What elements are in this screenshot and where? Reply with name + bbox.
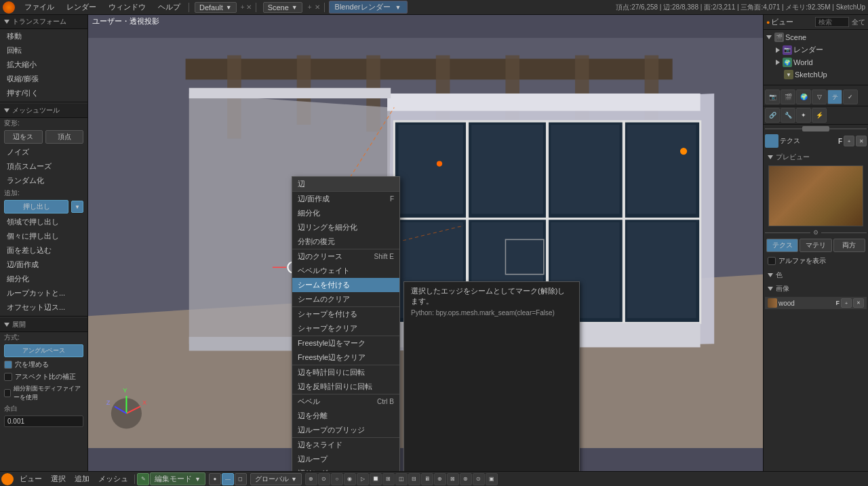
rotate-item[interactable]: 回転: [0, 43, 87, 58]
toolbar-icon-13[interactable]: ⊛: [460, 473, 472, 485]
material-btn[interactable]: マテリ: [800, 239, 831, 252]
render-menu[interactable]: レンダー: [61, 1, 102, 14]
scene-close[interactable]: ✕: [315, 3, 320, 11]
tree-world[interactable]: 🌍 World: [764, 56, 868, 68]
pushpull-item[interactable]: 押す/引く: [0, 86, 87, 100]
shrink-item[interactable]: 収縮/膨張: [0, 72, 87, 86]
cm-mark-seam[interactable]: シームを付ける: [292, 278, 399, 292]
cm-freestyle-clear[interactable]: Freestyle辺をクリア: [292, 350, 399, 365]
scene-prop-icon[interactable]: 🎬: [781, 89, 795, 104]
tree-sketchup[interactable]: ▼ SketchUp: [764, 68, 868, 81]
vertex-smooth-item[interactable]: 頂点スムーズ: [0, 159, 87, 174]
edge-mode-btn[interactable]: —: [222, 473, 234, 485]
mesh-edit-icon[interactable]: ✎: [137, 473, 149, 485]
scroll-thumb[interactable]: [802, 126, 829, 131]
extrude-region-item[interactable]: 領域で押し出し: [0, 215, 87, 229]
cm-undo-split[interactable]: 分割の復元: [292, 235, 399, 249]
mode-selector[interactable]: 編集モード ▼: [150, 472, 205, 485]
loopcut-item[interactable]: ループカットと...: [0, 286, 87, 300]
cm-crease[interactable]: 辺のクリース Shift E: [292, 249, 399, 264]
randomize-item[interactable]: ランダム化: [0, 174, 87, 188]
physics-icon[interactable]: ⚡: [812, 108, 827, 123]
toolbar-icon-12[interactable]: ⊠: [447, 473, 459, 485]
vertex-btn[interactable]: 頂点: [45, 130, 84, 144]
cm-mark-sharp[interactable]: シャープを付ける: [292, 306, 399, 321]
toolbar-icon-14[interactable]: ⊙: [473, 473, 485, 485]
select-menu[interactable]: 選択: [47, 472, 70, 485]
engine-selector[interactable]: Blenderレンダー ▼: [329, 1, 408, 14]
modifier-icon[interactable]: 🔧: [781, 108, 795, 123]
constraint-icon[interactable]: 🔗: [765, 108, 780, 123]
window-menu[interactable]: ウィンドウ: [103, 1, 151, 14]
vertex-mode-btn[interactable]: ●: [209, 473, 221, 485]
texture-remove-btn[interactable]: ✕: [853, 298, 864, 308]
search-input[interactable]: [815, 17, 849, 27]
workspace-close[interactable]: ✕: [246, 3, 252, 11]
particles-icon[interactable]: ✦: [796, 108, 811, 123]
object-prop-icon[interactable]: ▽: [812, 89, 827, 104]
add-texture-btn[interactable]: +: [844, 136, 854, 146]
file-menu[interactable]: ファイル: [19, 1, 60, 14]
fill-holes-checkbox[interactable]: [4, 361, 12, 369]
extrude-btn[interactable]: 押し出し: [4, 200, 68, 214]
extrude-individual-item[interactable]: 個々に押し出し: [0, 229, 87, 243]
offset-item[interactable]: オフセット辺ス...: [0, 300, 87, 315]
cm-bevel-weight[interactable]: ベベルウェイト: [292, 264, 399, 278]
toolbar-icon-9[interactable]: ⊟: [408, 473, 420, 485]
margin-input[interactable]: [4, 416, 83, 427]
edge-btn[interactable]: 辺をス: [4, 130, 43, 144]
material-color-swatch[interactable]: [765, 134, 778, 148]
check-prop-icon[interactable]: ✓: [843, 89, 858, 104]
scale-item[interactable]: 拡大縮小: [0, 58, 87, 72]
cm-ring-subdivide[interactable]: 辺リングを細分化: [292, 220, 399, 235]
tree-scene[interactable]: 🎬 Scene: [764, 31, 868, 43]
toolbar-icon-11[interactable]: ⊕: [434, 473, 446, 485]
both-btn[interactable]: 両方: [833, 239, 865, 252]
toolbar-icon-10[interactable]: 🖥: [421, 473, 433, 485]
view-menu[interactable]: ビュー: [16, 472, 46, 485]
subsurf-checkbox[interactable]: [4, 389, 11, 397]
add-menu[interactable]: 追加: [71, 472, 94, 485]
toolbar-icon-7[interactable]: ⊞: [382, 473, 395, 485]
textures-btn[interactable]: テクス: [766, 239, 798, 252]
toolbar-icon-6[interactable]: 🔲: [370, 473, 382, 485]
cm-edge-ring[interactable]: 辺リング: [292, 466, 399, 471]
cm-rotate-ccw[interactable]: 辺を反時計回りに回転: [292, 380, 399, 394]
cm-edge-loop[interactable]: 辺ループ: [292, 452, 399, 466]
toolbar-icon-5[interactable]: ▷: [357, 473, 369, 485]
remove-texture-btn[interactable]: ✕: [856, 136, 867, 146]
cm-edge-face[interactable]: 辺/面作成 F: [292, 192, 399, 206]
face-mode-btn[interactable]: ◻: [235, 473, 247, 485]
cm-bevel[interactable]: ベベル Ctrl B: [292, 394, 399, 409]
cm-subdivide[interactable]: 細分化: [292, 206, 399, 220]
extrude-expand-btn[interactable]: ▼: [71, 201, 83, 213]
workspace-selector[interactable]: Default ▼: [195, 2, 237, 13]
aspect-ratio-checkbox[interactable]: [4, 373, 12, 381]
cm-freestyle-mark[interactable]: Freestyle辺をマーク: [292, 336, 399, 350]
cm-bridge-loops[interactable]: 辺ループのブリッジ: [292, 423, 399, 437]
render-prop-icon[interactable]: 📷: [765, 89, 780, 104]
toolbar-icon-1[interactable]: ⊕: [305, 473, 317, 485]
material-prop-icon[interactable]: テ: [827, 89, 842, 104]
subdivide-item[interactable]: 細分化: [0, 272, 87, 286]
toolbar-icon-8[interactable]: ◫: [395, 473, 408, 485]
world-prop-icon[interactable]: 🌍: [796, 89, 811, 104]
inset-item[interactable]: 面を差し込む: [0, 243, 87, 258]
cm-clear-seam[interactable]: シームのクリア: [292, 292, 399, 306]
pivot-selector[interactable]: グローバル ▼: [250, 473, 302, 485]
move-item[interactable]: 移動: [0, 29, 87, 43]
toolbar-icon-4[interactable]: ◉: [344, 473, 356, 485]
tree-render[interactable]: 📷 レンダー: [764, 43, 868, 56]
cm-slide[interactable]: 辺をスライド: [292, 437, 399, 452]
cm-edge-split[interactable]: 辺を分離: [292, 409, 399, 423]
viewport[interactable]: ユーザー・透視投影: [88, 15, 763, 471]
mesh-menu[interactable]: メッシュ: [94, 472, 132, 485]
help-menu[interactable]: ヘルプ: [153, 1, 186, 14]
edge-face-item[interactable]: 辺/面作成: [0, 258, 87, 272]
noise-item[interactable]: ノイズ: [0, 145, 87, 159]
cm-rotate-cw[interactable]: 辺を時計回りに回転: [292, 365, 399, 380]
toolbar-icon-15[interactable]: ▣: [486, 473, 498, 485]
texture-add-btn[interactable]: +: [841, 298, 852, 308]
cm-clear-sharp[interactable]: シャープをクリア: [292, 321, 399, 336]
toolbar-icon-2[interactable]: ⊙: [318, 473, 330, 485]
